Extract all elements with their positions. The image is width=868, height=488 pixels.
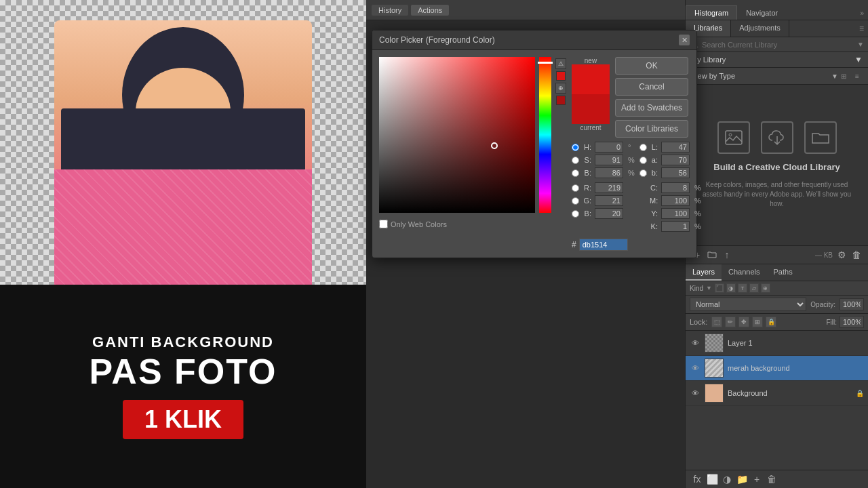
filter-smart-icon[interactable]: ⊕ <box>761 283 770 293</box>
layer-item[interactable]: 👁 Layer 1 <box>686 331 868 356</box>
filter-pixel-icon[interactable]: ⬛ <box>715 283 724 293</box>
my-library-label: My Library <box>691 56 854 64</box>
lock-paint-btn[interactable]: ✏ <box>725 317 736 327</box>
filter-shape-icon[interactable]: ▱ <box>749 283 759 293</box>
dialog-close-button[interactable]: ✕ <box>679 35 690 45</box>
only-web-colors-checkbox[interactable] <box>379 220 388 228</box>
input-B[interactable] <box>595 167 623 178</box>
input-B2[interactable] <box>595 208 623 219</box>
input-M[interactable] <box>661 195 690 206</box>
color-gradient-picker[interactable] <box>379 57 535 213</box>
channels-tab[interactable]: Channels <box>722 264 766 281</box>
layer-visibility-toggle[interactable]: 👁 <box>690 363 701 373</box>
lib-folder-btn[interactable] <box>706 249 718 261</box>
label-B: B: <box>582 169 593 177</box>
lock-artboard-btn[interactable]: ⊞ <box>752 317 763 327</box>
tab-navigator[interactable]: Navigator <box>737 5 787 20</box>
lock-all-btn[interactable]: 🔒 <box>766 317 776 327</box>
label-S: S: <box>582 156 593 164</box>
input-L[interactable] <box>661 142 690 152</box>
hue-slider[interactable] <box>539 57 551 213</box>
lib-settings-btn[interactable]: ⚙ <box>835 249 848 261</box>
list-view-icon[interactable]: ≡ <box>852 70 863 81</box>
layer-item-bg[interactable]: 👁 Background 🔒 <box>686 381 868 406</box>
lock-position-btn[interactable]: ✥ <box>738 317 749 327</box>
delete-layer-btn[interactable]: 🗑 <box>766 473 778 485</box>
my-library-arrow: ▼ <box>854 55 863 64</box>
middle-panel: History Actions Color Picker (Foreground… <box>366 0 685 488</box>
cancel-button[interactable]: Cancel <box>615 78 688 96</box>
web-color-swatch[interactable] <box>556 71 566 81</box>
radio-b[interactable] <box>639 169 647 177</box>
add-mask-btn[interactable]: ⬜ <box>706 473 718 485</box>
radio-H[interactable] <box>572 144 579 151</box>
radio-B[interactable] <box>572 169 579 177</box>
add-group-btn[interactable]: 📁 <box>736 473 748 485</box>
radio-G[interactable] <box>572 197 579 205</box>
person-body <box>54 20 312 285</box>
label-H: H: <box>582 143 593 151</box>
overlay-title: PAS FOTO <box>90 354 277 389</box>
kind-label: Kind <box>690 285 703 292</box>
add-fx-btn[interactable]: fx <box>691 473 703 485</box>
tab-histogram[interactable]: Histogram <box>686 5 737 20</box>
kind-dropdown-arrow[interactable]: ▼ <box>706 285 712 291</box>
add-layer-btn[interactable]: + <box>751 473 763 485</box>
input-K[interactable] <box>661 221 690 232</box>
library-search-input[interactable] <box>702 41 854 49</box>
radio-L[interactable] <box>639 144 647 151</box>
color-mode-swatch[interactable] <box>556 96 566 105</box>
lib-delete-btn[interactable]: 🗑 <box>850 249 863 261</box>
view-by-type-arrow[interactable]: ▼ <box>831 73 838 80</box>
hex-input[interactable] <box>579 239 628 251</box>
radio-R[interactable] <box>572 184 579 192</box>
grid-view-icon[interactable]: ⊞ <box>838 70 849 81</box>
radio-B2[interactable] <box>572 210 579 218</box>
my-library-dropdown[interactable]: My Library ▼ <box>686 52 868 68</box>
layers-tab[interactable]: Layers <box>686 264 722 281</box>
radio-S[interactable] <box>572 157 579 164</box>
layer-thumbnail-red <box>705 359 724 378</box>
blend-mode-dropdown[interactable]: Normal <box>690 298 806 311</box>
unit-M: % <box>694 197 703 205</box>
layer-visibility-toggle[interactable]: 👁 <box>690 388 701 399</box>
layer-item-active[interactable]: 👁 merah background <box>686 356 868 381</box>
filter-adjust-icon[interactable]: ◑ <box>726 283 736 293</box>
lib-upload-btn[interactable]: ↑ <box>721 249 733 261</box>
filter-type-icon[interactable]: T <box>738 283 747 293</box>
input-a[interactable] <box>661 155 690 165</box>
gradient-canvas[interactable] <box>379 57 535 213</box>
right-panel: Histogram Navigator » Libraries Adjustme… <box>685 0 868 488</box>
current-color-preview <box>572 94 610 124</box>
paths-tab[interactable]: Paths <box>767 264 800 281</box>
input-G[interactable] <box>595 195 623 206</box>
radio-a[interactable] <box>639 157 647 164</box>
input-Y[interactable] <box>661 208 690 219</box>
add-to-swatches-button[interactable]: Add to Swatches <box>615 99 688 117</box>
cc-library-description: Keep colors, images, and other frequentl… <box>696 180 857 209</box>
history-tab[interactable]: History <box>372 5 408 16</box>
input-b[interactable] <box>661 167 690 178</box>
ok-button[interactable]: OK <box>615 57 688 75</box>
input-H[interactable] <box>595 142 623 152</box>
svg-point-1 <box>729 134 732 136</box>
fill-input[interactable] <box>840 316 864 328</box>
actions-tab[interactable]: Actions <box>411 5 449 16</box>
lock-transparent-btn[interactable]: ⬚ <box>711 317 722 327</box>
input-C[interactable] <box>661 182 690 193</box>
input-R[interactable] <box>595 182 623 193</box>
dialog-body: ⚠ ⊕ Only Web Colors <box>372 50 696 258</box>
lib-panel-expand-icon[interactable]: ≡ <box>855 20 868 37</box>
input-S[interactable] <box>595 155 623 165</box>
top-panel-tabs: Histogram Navigator » <box>686 0 868 20</box>
layer-visibility-toggle[interactable]: 👁 <box>690 338 701 348</box>
add-adjustment-btn[interactable]: ◑ <box>721 473 733 485</box>
adjustments-tab[interactable]: Adjustments <box>731 20 789 37</box>
dialog-titlebar: Color Picker (Foreground Color) ✕ <box>372 30 696 50</box>
panel-expand-btn[interactable]: » <box>856 7 868 20</box>
alert-icon[interactable]: ⚠ <box>555 58 566 69</box>
search-dropdown-arrow[interactable]: ▼ <box>857 41 864 48</box>
opacity-input[interactable] <box>840 298 864 310</box>
color-libraries-button[interactable]: Color Libraries <box>615 120 688 138</box>
color-mode-icon[interactable]: ⊕ <box>555 83 566 94</box>
